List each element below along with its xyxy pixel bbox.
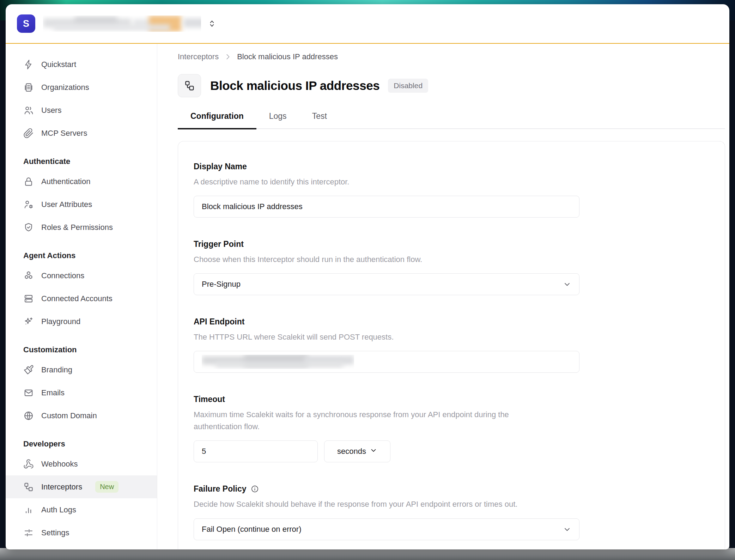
breadcrumb-parent[interactable]: Interceptors <box>178 52 219 61</box>
timeout-label: Timeout <box>194 395 709 404</box>
tab-test[interactable]: Test <box>299 111 340 129</box>
display-name-label: Display Name <box>194 162 709 171</box>
organization-icon <box>23 82 34 93</box>
api-endpoint-input[interactable] <box>194 351 579 373</box>
trigger-point-label: Trigger Point <box>194 239 709 249</box>
sidebar-item-auth-logs[interactable]: Auth Logs <box>6 498 157 521</box>
sidebar-item-webhooks[interactable]: Webhooks <box>6 452 157 475</box>
api-endpoint-label: API Endpoint <box>194 317 709 327</box>
sidebar-item-label: Roles & Permissions <box>41 223 113 232</box>
page-title: Block malicious IP addresses <box>210 79 379 93</box>
failure-policy-value: Fail Open (continue on error) <box>202 525 301 534</box>
globe-icon <box>23 410 34 421</box>
new-badge: New <box>95 481 119 493</box>
breadcrumb: Interceptors Block malicious IP addresse… <box>178 52 725 61</box>
main-content: Interceptors Block malicious IP addresse… <box>157 44 729 549</box>
sidebar-item-connected-accounts[interactable]: Connected Accounts <box>6 287 157 310</box>
webhook-icon <box>23 459 34 469</box>
failure-policy-field: Failure Policy Decide how Scalekit shoul… <box>194 484 709 540</box>
timeout-description: Maximum time Scalekit waits for a synchr… <box>194 409 550 433</box>
tab-configuration[interactable]: Configuration <box>178 111 256 129</box>
boxes-icon <box>23 270 34 281</box>
display-name-description: A descriptive name to identify this inte… <box>194 176 550 188</box>
lock-icon <box>23 176 34 187</box>
workspace-switcher-chevrons-icon[interactable] <box>207 19 217 28</box>
sidebar-section-agent-actions: Agent Actions <box>6 247 157 264</box>
sidebar-item-label: Playground <box>41 317 80 326</box>
interceptor-icon <box>178 74 201 97</box>
timeout-value-input[interactable]: 5 <box>194 440 318 462</box>
sidebar-item-connections[interactable]: Connections <box>6 264 157 287</box>
sidebar-item-label: Webhooks <box>41 459 78 469</box>
sidebar-item-user-attributes[interactable]: User Attributes <box>6 193 157 216</box>
chevron-right-icon <box>224 53 232 61</box>
sidebar-item-playground[interactable]: Playground <box>6 310 157 333</box>
api-endpoint-value-redacted <box>202 355 354 369</box>
sparkles-icon <box>23 316 34 327</box>
trigger-point-field: Trigger Point Choose when this Intercept… <box>194 239 709 295</box>
sidebar-item-label: Authentication <box>41 177 90 186</box>
trigger-point-select[interactable]: Pre-Signup <box>194 273 579 295</box>
title-row: Block malicious IP addresses Disabled <box>178 74 725 97</box>
sidebar-item-organizations[interactable]: Organizations <box>6 76 157 99</box>
chevron-down-icon <box>563 525 571 534</box>
sidebar-item-label: Auth Logs <box>41 505 76 515</box>
sidebar-section-customization: Customization <box>6 341 157 358</box>
workspace-name-redacted[interactable] <box>43 16 201 32</box>
tab-bar: Configuration Logs Test <box>178 111 725 129</box>
chevron-down-icon <box>370 446 377 456</box>
sidebar-item-label: Organizations <box>41 83 89 92</box>
sidebar-item-label: Interceptors <box>41 482 82 492</box>
sidebar-item-label: Connections <box>41 271 84 280</box>
paintbrush-icon <box>23 365 34 375</box>
stacked-cards-icon <box>23 293 34 304</box>
zap-icon <box>23 59 34 70</box>
timeout-unit-select[interactable]: seconds <box>324 440 390 462</box>
status-badge: Disabled <box>388 79 428 93</box>
sidebar-item-label: Quickstart <box>41 60 76 69</box>
display-name-input[interactable]: Block malicious IP addresses <box>194 196 579 218</box>
users-icon <box>23 105 34 116</box>
sliders-icon <box>23 528 34 538</box>
shield-check-icon <box>23 222 34 233</box>
workspace-logo[interactable]: S <box>17 14 35 33</box>
timeout-value: 5 <box>202 447 206 456</box>
api-endpoint-field: API Endpoint The HTTPS URL where Scaleki… <box>194 317 709 373</box>
failure-policy-description: Decide how Scalekit should behave if the… <box>194 498 550 510</box>
workflow-icon <box>23 482 34 492</box>
sidebar-section-authenticate: Authenticate <box>6 153 157 170</box>
breadcrumb-current: Block malicious IP addresses <box>237 52 338 61</box>
sidebar-section-developers: Developers <box>6 436 157 452</box>
timeout-field: Timeout Maximum time Scalekit waits for … <box>194 395 709 462</box>
tab-logs[interactable]: Logs <box>256 111 299 129</box>
sidebar-item-roles-permissions[interactable]: Roles & Permissions <box>6 216 157 239</box>
timeout-unit-value: seconds <box>337 447 366 456</box>
app-window: S QuickstartOrganizationsUsersMCP Server… <box>6 4 729 549</box>
api-endpoint-description: The HTTPS URL where Scalekit will send P… <box>194 331 550 343</box>
configuration-card: Display Name A descriptive name to ident… <box>178 141 725 549</box>
sidebar-item-branding[interactable]: Branding <box>6 358 157 381</box>
user-gear-icon <box>23 199 34 210</box>
sidebar-item-settings[interactable]: Settings <box>6 521 157 544</box>
chevron-down-icon <box>563 280 571 288</box>
sidebar-item-label: Custom Domain <box>41 411 97 420</box>
sidebar-item-interceptors[interactable]: InterceptorsNew <box>6 475 157 498</box>
desktop-bottom-band <box>0 548 735 560</box>
failure-policy-select[interactable]: Fail Open (continue on error) <box>194 518 579 540</box>
trigger-point-description: Choose when this Interceptor should run … <box>194 254 550 266</box>
sidebar-item-users[interactable]: Users <box>6 99 157 122</box>
sidebar-item-label: MCP Servers <box>41 129 87 138</box>
sidebar-item-emails[interactable]: Emails <box>6 381 157 404</box>
sidebar-item-mcp-servers[interactable]: MCP Servers <box>6 122 157 145</box>
sidebar-item-authentication[interactable]: Authentication <box>6 170 157 193</box>
sidebar-item-label: User Attributes <box>41 200 92 209</box>
sidebar-item-label: Branding <box>41 365 72 375</box>
sidebar-item-custom-domain[interactable]: Custom Domain <box>6 404 157 427</box>
sidebar-item-label: Settings <box>41 528 69 537</box>
failure-policy-label: Failure Policy <box>194 484 247 494</box>
sidebar-item-quickstart[interactable]: Quickstart <box>6 53 157 76</box>
app-header: S <box>6 4 729 44</box>
info-icon[interactable] <box>251 485 259 493</box>
paperclip-icon <box>23 128 34 139</box>
display-name-field: Display Name A descriptive name to ident… <box>194 162 709 218</box>
